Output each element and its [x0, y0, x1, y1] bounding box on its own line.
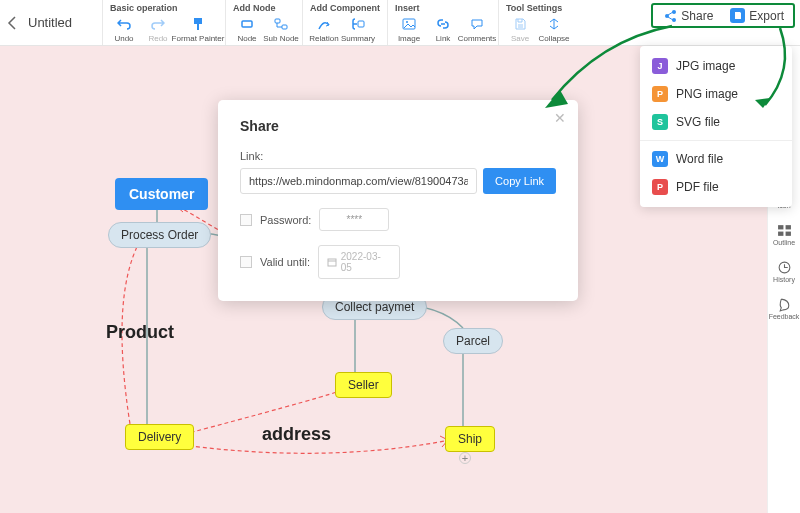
svg-icon: S: [652, 114, 668, 130]
group-basic: Basic operation Undo Redo Format Painter: [102, 0, 225, 45]
image-icon: [402, 17, 416, 31]
share-icon: [662, 8, 677, 23]
node-icon: [240, 17, 254, 31]
undo-button[interactable]: Undo: [107, 16, 141, 43]
svg-rect-15: [785, 232, 790, 236]
relation-icon: [317, 17, 331, 31]
jpg-icon: J: [652, 58, 668, 74]
relation-button[interactable]: Relation: [307, 16, 341, 43]
side-history-button[interactable]: History: [773, 260, 795, 283]
menu-divider: [640, 140, 792, 141]
side-feedback-button[interactable]: Feedback: [769, 297, 800, 320]
node-delivery[interactable]: Delivery: [125, 424, 194, 450]
link-label: Link:: [240, 150, 556, 162]
export-svg[interactable]: SSVG file: [640, 108, 792, 136]
password-checkbox[interactable]: [240, 214, 252, 226]
format-painter-button[interactable]: Format Painter: [175, 16, 221, 43]
svg-rect-12: [778, 225, 783, 229]
export-menu: JJPG image PPNG image SSVG file WWord fi…: [640, 46, 792, 207]
dialog-close-button[interactable]: ✕: [554, 110, 566, 126]
relation-label-address[interactable]: address: [262, 424, 331, 445]
calendar-icon: [327, 257, 337, 267]
node-customer[interactable]: Customer: [115, 178, 208, 210]
history-icon: [777, 260, 792, 275]
dialog-title: Share: [240, 118, 556, 134]
sub-node-icon: [274, 17, 288, 31]
format-painter-icon: [191, 17, 205, 31]
svg-rect-2: [242, 21, 252, 27]
svg-point-7: [406, 21, 408, 23]
password-field[interactable]: ****: [319, 208, 389, 231]
group-add-node: Add Node Node Sub Node: [225, 0, 302, 45]
link-icon: [436, 17, 450, 31]
group-insert: Insert Image Link Comments: [387, 0, 498, 45]
node-button[interactable]: Node: [230, 16, 264, 43]
export-word[interactable]: WWord file: [640, 145, 792, 173]
node-parcel[interactable]: Parcel: [443, 328, 503, 354]
expand-handle[interactable]: +: [459, 452, 471, 464]
relation-label-product[interactable]: Product: [106, 322, 174, 343]
valid-until-checkbox[interactable]: [240, 256, 252, 268]
topright-actions: Share Export: [651, 3, 795, 28]
share-dialog: Share ✕ Link: Copy Link Password: **** V…: [218, 100, 578, 301]
sub-node-button[interactable]: Sub Node: [264, 16, 298, 43]
svg-rect-4: [282, 25, 287, 29]
word-icon: W: [652, 151, 668, 167]
redo-button[interactable]: Redo: [141, 16, 175, 43]
save-icon: [513, 17, 527, 31]
document-title[interactable]: Untitled: [24, 0, 102, 45]
svg-rect-0: [194, 18, 202, 24]
png-icon: P: [652, 86, 668, 102]
comments-icon: [470, 17, 484, 31]
node-seller[interactable]: Seller: [335, 372, 392, 398]
svg-rect-1: [197, 24, 199, 30]
copy-link-button[interactable]: Copy Link: [483, 168, 556, 194]
feedback-icon: [777, 297, 792, 312]
outline-icon: [777, 223, 792, 238]
side-outline-button[interactable]: Outline: [773, 223, 795, 246]
back-button[interactable]: [0, 0, 24, 45]
save-button[interactable]: Save: [503, 16, 537, 43]
link-button[interactable]: Link: [426, 16, 460, 43]
export-jpg[interactable]: JJPG image: [640, 52, 792, 80]
node-process-order[interactable]: Process Order: [108, 222, 211, 248]
pdf-icon: P: [652, 179, 668, 195]
chevron-left-icon: [7, 16, 17, 30]
summary-button[interactable]: Summary: [341, 16, 375, 43]
svg-rect-5: [358, 21, 364, 27]
group-tool-settings: Tool Settings Save Collapse: [498, 0, 575, 45]
summary-icon: [351, 17, 365, 31]
valid-until-label: Valid until:: [260, 256, 310, 268]
svg-rect-17: [328, 259, 336, 266]
export-pdf[interactable]: PPDF file: [640, 173, 792, 201]
link-input[interactable]: [240, 168, 477, 194]
valid-until-field[interactable]: 2022-03-05: [318, 245, 400, 279]
node-ship[interactable]: Ship: [445, 426, 495, 452]
svg-rect-14: [778, 232, 783, 236]
image-button[interactable]: Image: [392, 16, 426, 43]
redo-icon: [151, 18, 165, 30]
password-label: Password:: [260, 214, 311, 226]
undo-icon: [117, 18, 131, 30]
export-png[interactable]: PPNG image: [640, 80, 792, 108]
collapse-button[interactable]: Collapse: [537, 16, 571, 43]
top-toolbar: Untitled Basic operation Undo Redo Forma…: [0, 0, 800, 46]
svg-rect-13: [785, 225, 790, 229]
share-button[interactable]: Share: [656, 6, 719, 25]
export-icon: [730, 8, 745, 23]
collapse-icon: [547, 17, 561, 31]
export-button[interactable]: Export: [724, 6, 790, 25]
svg-rect-3: [275, 19, 280, 23]
group-add-component: Add Component Relation Summary: [302, 0, 387, 45]
comments-button[interactable]: Comments: [460, 16, 494, 43]
